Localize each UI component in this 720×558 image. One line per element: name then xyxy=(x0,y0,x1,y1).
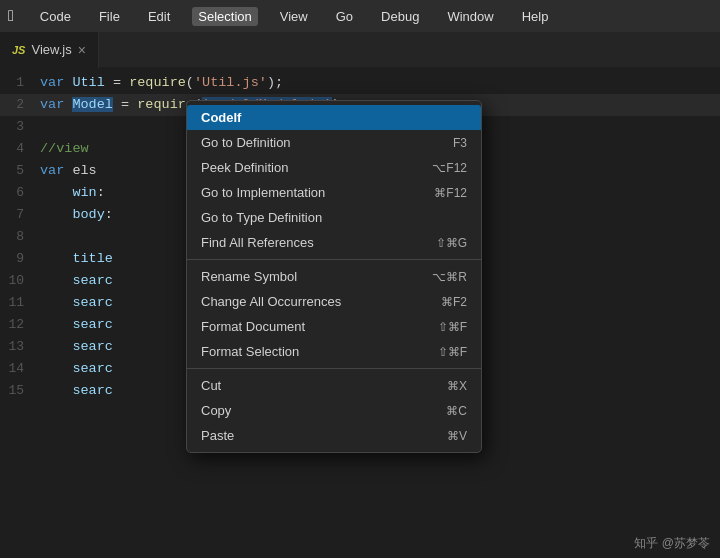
apple-menu[interactable]:  xyxy=(8,7,14,25)
tab-filename: View.js xyxy=(31,42,71,57)
ctx-format-document[interactable]: Format Document ⇧⌘F xyxy=(187,314,481,339)
menubar-debug[interactable]: Debug xyxy=(375,7,425,26)
ctx-go-to-type-definition[interactable]: Go to Type Definition xyxy=(187,205,481,230)
menubar-code[interactable]: Code xyxy=(34,7,77,26)
menubar-go[interactable]: Go xyxy=(330,7,359,26)
ctx-format-selection[interactable]: Format Selection ⇧⌘F xyxy=(187,339,481,364)
menubar-help[interactable]: Help xyxy=(516,7,555,26)
context-menu-header: CodeIf xyxy=(187,105,481,130)
menubar-edit[interactable]: Edit xyxy=(142,7,176,26)
tabbar: JS View.js × xyxy=(0,32,720,68)
ctx-divider-2 xyxy=(187,368,481,369)
ctx-find-all-references[interactable]: Find All References ⇧⌘G xyxy=(187,230,481,255)
ctx-rename-symbol[interactable]: Rename Symbol ⌥⌘R xyxy=(187,264,481,289)
menubar:  Code File Edit Selection View Go Debug… xyxy=(0,0,720,32)
ctx-cut[interactable]: Cut ⌘X xyxy=(187,373,481,398)
ctx-go-to-implementation[interactable]: Go to Implementation ⌘F12 xyxy=(187,180,481,205)
ctx-go-to-definition[interactable]: Go to Definition F3 xyxy=(187,130,481,155)
code-editor: 1 var Util = require('Util.js'); 2 var M… xyxy=(0,68,720,558)
context-menu: CodeIf Go to Definition F3 Peek Definiti… xyxy=(186,100,482,453)
ctx-paste[interactable]: Paste ⌘V xyxy=(187,423,481,448)
menubar-file[interactable]: File xyxy=(93,7,126,26)
ctx-peek-definition[interactable]: Peek Definition ⌥F12 xyxy=(187,155,481,180)
ctx-change-all-occurrences[interactable]: Change All Occurrences ⌘F2 xyxy=(187,289,481,314)
menubar-window[interactable]: Window xyxy=(441,7,499,26)
ctx-copy[interactable]: Copy ⌘C xyxy=(187,398,481,423)
code-line-1: 1 var Util = require('Util.js'); xyxy=(0,72,720,94)
js-file-icon: JS xyxy=(12,44,25,56)
watermark: 知乎 @苏梦苓 xyxy=(634,535,710,552)
tab-viewjs[interactable]: JS View.js × xyxy=(0,32,99,68)
menubar-view[interactable]: View xyxy=(274,7,314,26)
tab-close-button[interactable]: × xyxy=(78,42,86,58)
ctx-divider-1 xyxy=(187,259,481,260)
menubar-selection[interactable]: Selection xyxy=(192,7,257,26)
